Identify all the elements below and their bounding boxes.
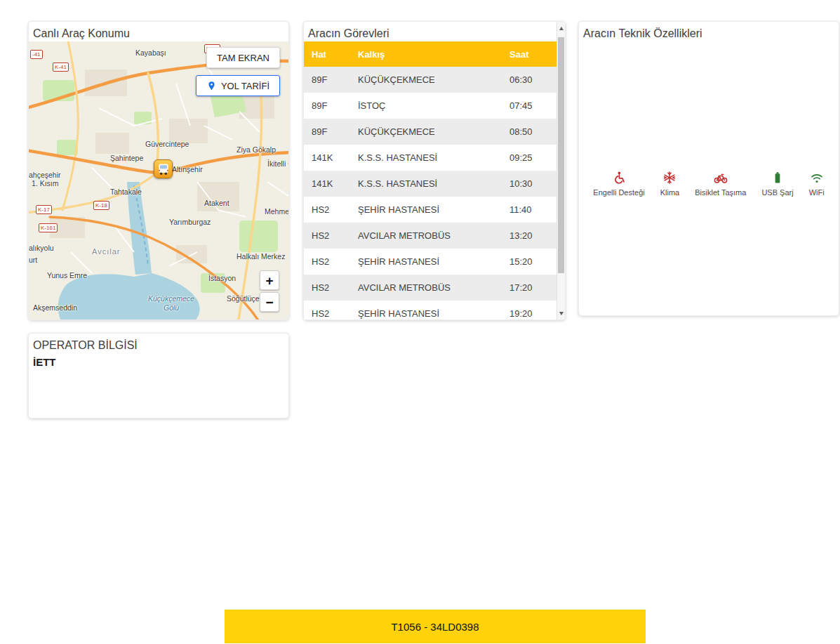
saat-cell: 09:25: [502, 145, 556, 171]
column-header-hat: Hat: [304, 41, 350, 67]
bus-location-marker[interactable]: [154, 159, 173, 178]
column-header-saat: Saat: [502, 41, 556, 67]
operator-name: İETT: [29, 353, 288, 371]
saat-cell: 19:20: [502, 301, 556, 320]
feature-snowflake: Klima: [660, 171, 680, 197]
directions-button-label: YOL TARİFİ: [221, 81, 269, 91]
table-row: HS2AVCILAR METROBÜS17:20: [304, 275, 556, 301]
table-row: HS2ŞEHİR HASTANESİ15:20: [304, 249, 556, 275]
map-place-label: urt: [29, 256, 37, 264]
vehicle-plate-bar: T1056 - 34LD0398: [225, 610, 646, 643]
hat-cell: 89F: [304, 67, 350, 93]
kalkis-cell: AVCILAR METROBÜS: [350, 275, 502, 301]
map-place-label: Tahtakale: [110, 188, 142, 196]
kalkis-cell: K.S.S. HASTANESİ: [350, 145, 502, 171]
kalkis-cell: KÜÇÜKÇEKMECE: [350, 67, 502, 93]
map-place-label: Altınşehir: [172, 165, 203, 173]
map-place-label: Halkalı Merkez: [236, 252, 285, 261]
table-row: HS2ŞEHİR HASTANESİ19:20: [304, 301, 556, 320]
table-row: 89FİSTOÇ07:45: [304, 93, 556, 119]
hat-cell: HS2: [304, 275, 350, 301]
hat-cell: 89F: [304, 119, 350, 145]
saat-cell: 15:20: [502, 249, 556, 275]
zoom-in-button[interactable]: +: [260, 270, 279, 290]
map-place-label: Şahintepe: [110, 154, 143, 162]
feature-label: USB Şarj: [761, 188, 793, 197]
map-place-label: alıkyolu: [29, 244, 54, 252]
wifi-icon: [810, 171, 824, 185]
map-card-title: Canlı Araç Konumu: [29, 22, 288, 41]
tasks-table-wrap: Hat Kalkış Saat 89FKÜÇÜKÇEKMECE06:3089Fİ…: [304, 41, 556, 320]
tech-card-title: Aracın Teknik Özellikleri: [579, 22, 839, 41]
vehicle-tasks-card: Aracın Görevleri Hat Kalkış Saat 89FKÜÇÜ…: [303, 21, 566, 320]
saat-cell: 17:20: [502, 275, 556, 301]
feature-wheelchair: Engelli Desteği: [593, 171, 644, 197]
column-header-kalkis: Kalkış: [350, 41, 502, 67]
vehicle-tracking-page: Canlı Araç Konumu: [0, 0, 840, 644]
tasks-table-body: 89FKÜÇÜKÇEKMECE06:3089FİSTOÇ07:4589FKÜÇÜ…: [304, 67, 556, 320]
saat-cell: 07:45: [502, 93, 556, 119]
fullscreen-button[interactable]: TAM EKRAN: [206, 47, 280, 68]
map-place-label: Gölü: [164, 303, 179, 312]
snowflake-icon: [662, 171, 676, 185]
kalkis-cell: KÜÇÜKÇEKMECE: [350, 119, 502, 145]
live-location-card: Canlı Araç Konumu: [28, 21, 289, 320]
map-place-label: Kayabaşı: [135, 48, 166, 57]
map-place-label: Akşemseddin: [33, 303, 77, 312]
table-row: HS2AVCILAR METROBÜS13:20: [304, 223, 556, 249]
map[interactable]: Kayabaşı-41K-40K-41GüvercintepeZiya Göka…: [29, 41, 288, 320]
map-place-label: Yunus Emre: [47, 271, 87, 280]
saat-cell: 10:30: [502, 171, 556, 197]
scrollbar-thumb[interactable]: [558, 37, 564, 273]
kalkis-cell: AVCILAR METROBÜS: [350, 223, 502, 249]
saat-cell: 13:20: [502, 223, 556, 249]
feature-label: WiFi: [809, 188, 825, 197]
feature-label: Bisiklet Taşıma: [695, 188, 746, 197]
road-shield-label: K-17: [36, 205, 52, 214]
hat-cell: HS2: [304, 301, 350, 320]
features-row: Engelli DesteğiKlimaBisiklet TaşımaUSB Ş…: [579, 171, 839, 197]
feature-label: Klima: [660, 188, 680, 197]
map-place-label: ahçeşehir: [29, 171, 61, 179]
tasks-table: Hat Kalkış Saat 89FKÜÇÜKÇEKMECE06:3089Fİ…: [304, 41, 556, 320]
kalkis-cell: K.S.S. HASTANESİ: [350, 171, 502, 197]
zoom-out-button[interactable]: −: [260, 292, 279, 312]
feature-wifi: WiFi: [809, 171, 825, 197]
saat-cell: 11:40: [502, 197, 556, 223]
road-shield-label: K-18: [93, 201, 109, 210]
feature-battery: USB Şarj: [761, 171, 793, 197]
map-place-label: Güvercintepe: [145, 140, 189, 148]
tasks-scrollbar[interactable]: [556, 22, 565, 320]
map-place-label: Yarımburgaz: [169, 218, 211, 226]
map-place-label: İkitelli O: [267, 159, 288, 168]
hat-cell: 141K: [304, 145, 350, 171]
bicycle-icon: [714, 171, 728, 185]
directions-button[interactable]: YOL TARİFİ: [196, 75, 280, 96]
map-place-label: Küçükçemece: [148, 294, 194, 303]
scroll-down-icon[interactable]: [557, 308, 565, 318]
operator-info-card: OPERATOR BİLGİSİ İETT: [28, 333, 289, 419]
hat-cell: HS2: [304, 223, 350, 249]
kalkis-cell: ŞEHİR HASTANESİ: [350, 301, 502, 320]
bus-icon: [156, 162, 171, 176]
scroll-up-icon[interactable]: [557, 23, 565, 33]
table-row: 89FKÜÇÜKÇEKMECE08:50: [304, 119, 556, 145]
map-place-label: Atakent: [204, 199, 229, 207]
kalkis-cell: İSTOÇ: [350, 93, 502, 119]
kalkis-cell: ŞEHİR HASTANESİ: [350, 249, 502, 275]
tasks-table-header: Hat Kalkış Saat: [304, 41, 556, 67]
hat-cell: 141K: [304, 171, 350, 197]
technical-features-card: Aracın Teknik Özellikleri Engelli Desteğ…: [578, 21, 839, 316]
feature-bicycle: Bisiklet Taşıma: [695, 171, 746, 197]
map-place-label: Mehmet: [265, 207, 288, 216]
map-place-label: İstasyon: [208, 274, 236, 282]
battery-icon: [771, 171, 785, 185]
hat-cell: 89F: [304, 93, 350, 119]
location-pin-icon: [206, 81, 217, 91]
road-shield-label: K-161: [39, 223, 58, 232]
feature-label: Engelli Desteği: [593, 188, 644, 197]
road-shield-label: K-41: [53, 63, 69, 72]
saat-cell: 08:50: [502, 119, 556, 145]
table-row: 141KK.S.S. HASTANESİ10:30: [304, 171, 556, 197]
saat-cell: 06:30: [502, 67, 556, 93]
